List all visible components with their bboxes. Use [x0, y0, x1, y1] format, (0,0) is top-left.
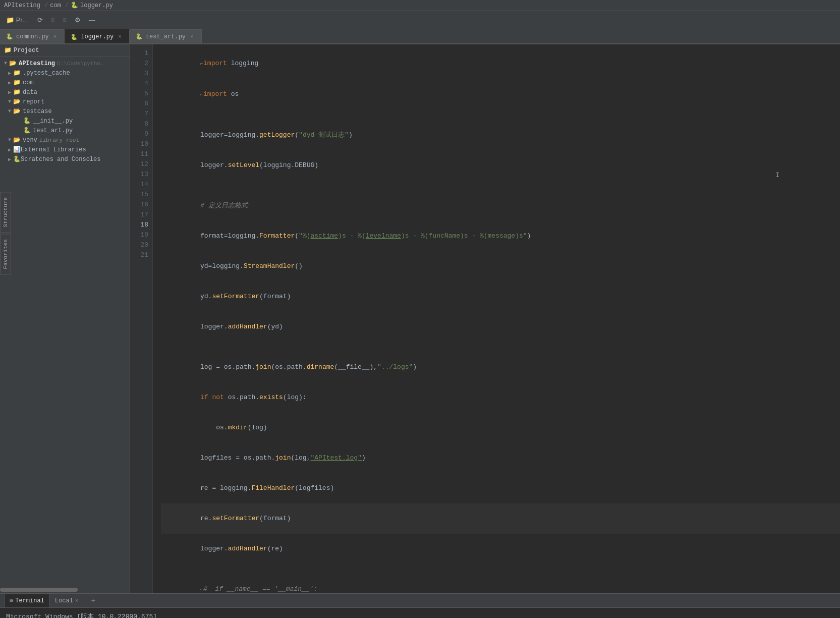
tree-item-scratches[interactable]: ▶ 🐍 Scratches and Consoles [0, 154, 130, 164]
cn-logger-11: logger. [200, 323, 228, 330]
editor-scroll-area[interactable]: 1 2 3 4 5 6 7 8 9 10 11 12 13 14 15 16 1… [130, 44, 840, 593]
paren-open-5: (logging. [259, 161, 295, 169]
minus-icon: — [89, 16, 95, 24]
terminal-content[interactable]: Microsoft Windows [版本 10.0.22000.675] (c… [0, 608, 840, 618]
tree-label-venv: venv [23, 137, 37, 144]
tree-item-apitesting[interactable]: ▼ 📂 APItesting D:\Code\pytho… [0, 59, 130, 68]
paren-close-8: ) [527, 232, 531, 240]
line-num-12: 12 [130, 159, 152, 170]
fn-setformatter-10: setFormatter [212, 293, 259, 300]
paren-11: (yd) [267, 323, 283, 330]
str-apitest: "APItest.log" [310, 454, 361, 462]
code-line-8: format=logging.Formatter("%(asctime)s - … [161, 221, 840, 251]
tree-item-pytest-cache[interactable]: ▶ 📁 .pytest_cache [0, 68, 130, 78]
add-terminal-icon[interactable]: + [89, 597, 97, 605]
fn-filehandler: FileHandler [251, 484, 295, 492]
settings-button[interactable]: ⚙ [72, 14, 84, 26]
tab-common[interactable]: 🐍 common.py × [0, 29, 65, 43]
local-close-btn[interactable]: × [75, 598, 79, 604]
code-line-17: re = logging.FileHandler(logfiles) [161, 473, 840, 503]
sidebar-scrollbar[interactable] [0, 588, 130, 592]
tab-logger[interactable]: 🐍 logger.py × [65, 29, 129, 43]
tree-item-testcase[interactable]: ▼ 📂 testcase [0, 106, 130, 116]
code-line-11: logger.addHandler(yd) [161, 312, 840, 342]
paren-open-4: ( [295, 131, 299, 139]
sidebar-scrollbar-thumb [0, 588, 78, 592]
expand-icon-testcase: ▼ [8, 108, 11, 114]
sync-button[interactable]: ⟳ [34, 14, 46, 26]
lib-icon-external: 📊 [13, 146, 21, 153]
tree-item-init[interactable]: 🐍 __init__.py [0, 116, 130, 126]
structure-tab[interactable]: Structure [0, 192, 11, 233]
collapse-icon-scratches: ▶ [8, 156, 11, 162]
tree-item-venv[interactable]: ▼ 📂 venv library root [0, 135, 130, 145]
folder-icon-com: 📁 [13, 79, 21, 86]
line-num-8: 8 [130, 119, 152, 129]
cn-os-14: os.path. [228, 394, 259, 401]
code-line-4: logger=logging.getLogger("dyd-测试日志") [161, 120, 840, 150]
fn-setformatter-18: setFormatter [212, 515, 259, 522]
paren-14: (log): [283, 394, 307, 401]
fn-join-13: join [255, 363, 271, 371]
line-num-20: 20 [130, 240, 152, 250]
align-left-icon: ≡ [51, 16, 55, 24]
align-left-button[interactable]: ≡ [48, 14, 58, 26]
minimize-button[interactable]: — [86, 14, 98, 26]
kw-import-2: import [203, 90, 231, 98]
tree-label-report: report [23, 98, 44, 105]
kw-if: if not [200, 394, 228, 401]
project-label: Pr… [16, 16, 29, 24]
cn-logging-1: logging [231, 60, 259, 67]
paren-13a: (os.path. [271, 363, 306, 371]
str-logs: "../logs" [377, 363, 413, 371]
project-button[interactable]: 📁 Pr… [3, 14, 32, 26]
line-num-4: 4 [130, 79, 152, 89]
str-format: "%( [299, 232, 310, 240]
tab-test-art-close[interactable]: × [189, 33, 195, 40]
code-line-14: if not os.path.exists(log): [161, 382, 840, 413]
favorites-tab[interactable]: Favorites [0, 234, 11, 274]
bottom-tab-terminal[interactable]: ⌨ Terminal [4, 594, 50, 607]
tree-item-com[interactable]: ▶ 📁 com [0, 78, 130, 87]
tree-label-external: External Libraries [21, 146, 86, 153]
line-num-5: 5 [130, 89, 152, 99]
folder-icon: 📂 [9, 60, 17, 67]
paren-19: (re) [267, 545, 283, 552]
str-levelname: levelname [366, 232, 401, 240]
code-line-5: logger.setLevel(logging.DEBUG) [161, 150, 840, 181]
terminal-icon: ⌨ [10, 597, 13, 605]
align-right-icon: ≡ [63, 16, 67, 24]
project-icon: 📁 [6, 16, 14, 24]
project-header-icon: 📁 [4, 46, 12, 54]
tree-item-external[interactable]: ▶ 📊 External Libraries [0, 145, 130, 154]
tree-item-report[interactable]: ▼ 📂 report [0, 97, 130, 106]
collapse-icon: ▶ [8, 70, 11, 76]
tree-label-scratches: Scratches and Consoles [21, 156, 100, 163]
main-layout: 📁 Project ▼ 📂 APItesting D:\Code\pytho… … [0, 44, 840, 593]
fn-setlevel: setLevel [228, 161, 259, 169]
line-num-10: 10 [130, 139, 152, 149]
code-line-10: yd.setFormatter(format) [161, 282, 840, 312]
cn-debug: DEBUG [295, 161, 314, 169]
bottom-tab-add[interactable]: + [84, 594, 102, 607]
code-line-21: ⌐# if __name__ == '__main__': [161, 574, 840, 593]
tree-item-test-art[interactable]: 🐍 test_art.py [0, 126, 130, 135]
tree-item-data[interactable]: ▶ 📁 data [0, 87, 130, 97]
tab-common-close[interactable]: × [52, 33, 59, 40]
paren-17: (logfiles) [295, 484, 334, 492]
cn-format-18: format [263, 515, 287, 522]
folder-icon-venv: 📂 [13, 136, 21, 144]
code-line-6 [161, 181, 840, 191]
line-numbers: 1 2 3 4 5 6 7 8 9 10 11 12 13 14 15 16 1… [130, 44, 153, 593]
code-lines[interactable]: ⌐import logging ⌐import os logger=loggin… [153, 44, 840, 593]
cn-logger-5: logger. [200, 161, 228, 169]
local-label: Local [55, 597, 73, 604]
py-file-icon-test-art: 🐍 [23, 127, 31, 134]
tab-logger-close[interactable]: × [117, 33, 123, 40]
folder-icon-pytest: 📁 [13, 69, 21, 77]
bottom-tab-local[interactable]: Local × [50, 594, 84, 607]
align-right-button[interactable]: ≡ [60, 14, 70, 26]
tab-test-art[interactable]: 🐍 test_art.py × [130, 29, 202, 43]
line-num-1: 1 [130, 48, 152, 59]
code-line-13: log = os.path.join(os.path.dirname(__fil… [161, 352, 840, 382]
